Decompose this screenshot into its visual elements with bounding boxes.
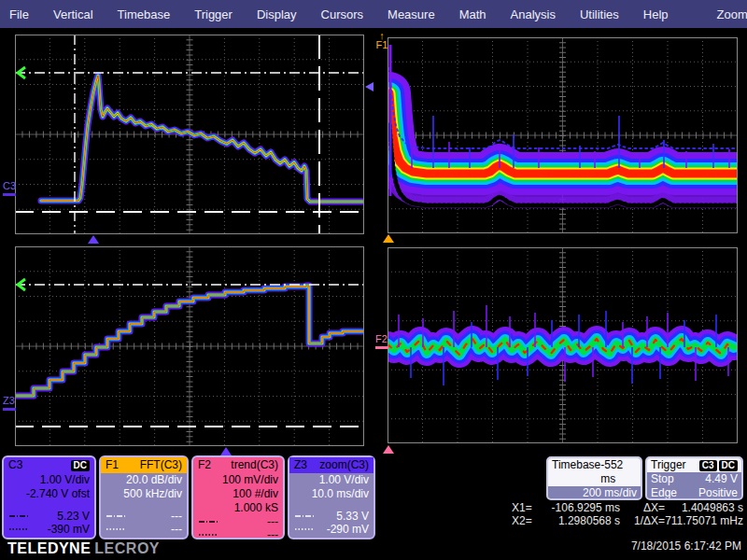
trigger-type: Edge: [651, 486, 677, 500]
f2-function: trend(C3): [231, 458, 278, 472]
dashdot-cursor-icon: [106, 512, 126, 520]
c3-coupling-badge: DC: [71, 460, 90, 471]
menu-measure[interactable]: Measure: [388, 7, 435, 21]
dotted-cursor-icon: [198, 531, 218, 539]
trigger-title: Trigger: [651, 458, 686, 472]
z3-name: Z3: [294, 458, 307, 472]
inv-dx-label: 1/ΔX=: [620, 514, 665, 527]
z3-cursor2-row: -290 mV: [294, 523, 369, 536]
dotted-cursor-icon: [106, 525, 126, 533]
f1-position-icon[interactable]: [383, 234, 394, 243]
c3-offset: -2.740 V ofst: [8, 487, 90, 501]
menu-vertical[interactable]: Vertical: [53, 7, 93, 21]
inv-dx-value: 711.75071 mHz: [665, 514, 743, 527]
z3-level-marker[interactable]: [3, 408, 16, 411]
dotted-cursor-icon: [294, 525, 315, 533]
c3-cursor1-row: 5.23 V: [8, 510, 90, 523]
trigger-source-badge: C3: [699, 460, 717, 471]
dashdot-cursor-icon: [294, 512, 315, 520]
menu-timebase[interactable]: Timebase: [118, 7, 171, 21]
trigger-level: 4.49 V: [705, 472, 738, 486]
f2-level-marker[interactable]: [375, 346, 388, 349]
menu-utilities[interactable]: Utilities: [580, 7, 619, 21]
trigger-level-marker-icon[interactable]: [365, 82, 374, 91]
graticule-z3-zoom[interactable]: [15, 246, 364, 446]
x2-label: X2=: [512, 514, 542, 527]
datetime: 7/18/2015 6:17:42 PM: [631, 539, 741, 553]
c3-trace-label: C3: [3, 181, 16, 196]
menu-file[interactable]: File: [9, 7, 29, 21]
x2-value: 1.2980568 s: [542, 514, 620, 527]
f1-function: FFT(C3): [140, 458, 182, 472]
c3-vdiv: 1.00 V/div: [8, 473, 90, 487]
trigger-mode: Stop: [651, 472, 674, 486]
f2-cursor1-row: ---: [198, 515, 278, 528]
c3-name: C3: [8, 458, 22, 472]
oscilloscope-screen: File Vertical Timebase Trigger Display C…: [0, 0, 747, 560]
f1-cursor1-row: ---: [106, 510, 182, 523]
teledyne-lecroy-logo: TELEDYNELECROY: [7, 540, 160, 557]
f2-samples: 1.000 kS: [198, 501, 278, 515]
math-descriptor-f2[interactable]: F2 trend(C3) 100 mV/div 100 #/div 1.000 …: [191, 455, 285, 539]
z3-trigger-position-icon[interactable]: [220, 447, 232, 455]
dx-value: 1.4049863 s: [665, 501, 743, 514]
c3-trigger-position-icon[interactable]: [88, 235, 99, 244]
dashdot-cursor-icon: [8, 512, 29, 520]
dotted-cursor-icon: [8, 525, 29, 533]
menu-display[interactable]: Display: [257, 7, 297, 21]
cursor-readout: X1= -106.9295 ms ΔX= 1.4049863 s X2= 1.2…: [512, 501, 743, 527]
menu-zoom[interactable]: Zoom: [717, 7, 747, 21]
menu-trigger[interactable]: Trigger: [194, 7, 233, 21]
graticule-c3[interactable]: [15, 35, 364, 234]
menu-analysis[interactable]: Analysis: [511, 7, 556, 21]
f1-name: F1: [106, 458, 119, 472]
c3-level-marker[interactable]: [3, 193, 16, 196]
f2-cursor2-row: ---: [198, 528, 278, 541]
trigger-box[interactable]: Trigger C3 DC Stop 4.49 V Edge Positive: [645, 456, 743, 500]
channel-descriptor-c3[interactable]: C3 DC 1.00 V/div -2.740 V ofst 5.23 V -3…: [2, 455, 96, 539]
f1-cursor2-row: ---: [106, 523, 182, 536]
menu-bar: File Vertical Timebase Trigger Display C…: [0, 0, 747, 28]
zoom-descriptor-z3[interactable]: Z3 zoom(C3) 1.00 V/div 10.0 ms/div 5.33 …: [288, 455, 375, 539]
dx-label: ΔX=: [620, 501, 665, 514]
dashdot-cursor-icon: [198, 518, 218, 525]
timebase-scale: 200 ms/div: [583, 486, 637, 500]
x1-value: -106.9295 ms: [542, 501, 620, 514]
f1-dbdiv: 20.0 dB/div: [106, 473, 182, 487]
trigger-slope: Positive: [698, 486, 738, 500]
z3-function: zoom(C3): [319, 458, 369, 472]
timebase-title: Timebase: [552, 458, 600, 486]
z3-trace-label: Z3: [3, 396, 16, 411]
f2-name: F2: [198, 458, 211, 472]
f1-hzdiv: 500 kHz/div: [106, 487, 182, 501]
timebase-box[interactable]: Timebase -552 ms 200 ms/div 20.0 MS 10 M…: [546, 456, 642, 500]
menu-math[interactable]: Math: [459, 7, 486, 21]
x1-label: X1=: [512, 501, 542, 514]
menu-help[interactable]: Help: [643, 7, 669, 21]
graticule-f2-trend[interactable]: [388, 247, 738, 443]
f2-numdiv: 100 #/div: [198, 487, 278, 501]
z3-vdiv: 1.00 V/div: [294, 473, 369, 487]
timebase-offset: -552 ms: [600, 458, 637, 486]
f2-trace-label: F2: [375, 334, 388, 349]
c3-cursor2-row: -390 mV: [8, 523, 90, 536]
f2-vdiv: 100 mV/div: [198, 473, 278, 487]
math-descriptor-f1[interactable]: F1 FFT(C3) 20.0 dB/div 500 kHz/div --- -…: [99, 455, 189, 539]
z3-cursor1-row: 5.33 V: [294, 510, 369, 523]
trigger-coupling-badge: DC: [719, 460, 738, 471]
f2-position-icon[interactable]: [383, 445, 394, 454]
z3-tdiv: 10.0 ms/div: [294, 487, 369, 501]
menu-cursors[interactable]: Cursors: [321, 7, 364, 21]
f1-trace-label: ↑ F1: [374, 32, 389, 50]
graticule-f1-fft[interactable]: [388, 37, 738, 233]
